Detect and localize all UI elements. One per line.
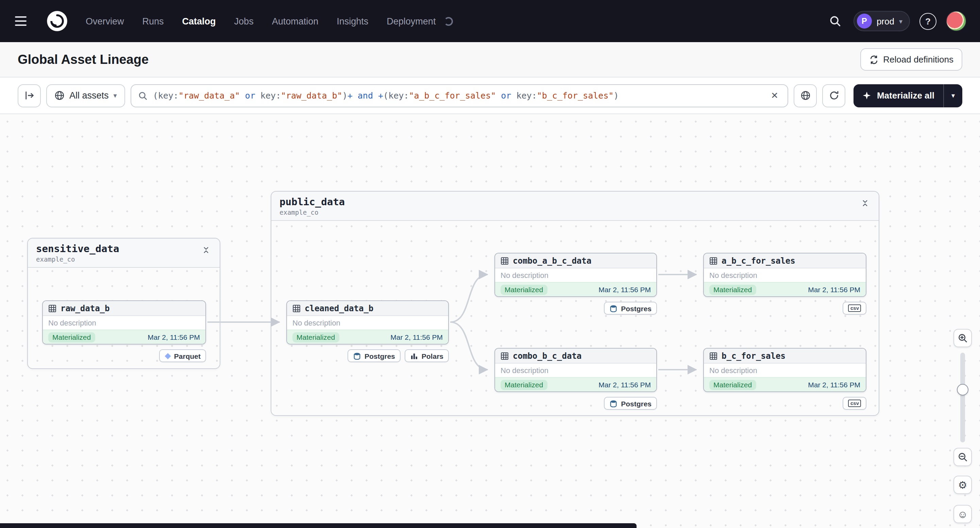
asset-node-combo_b_c_data[interactable]: combo_b_c_dataNo descriptionMaterialized… [495, 348, 657, 392]
search-icon [829, 15, 841, 27]
graph-query-settings-button[interactable] [794, 84, 817, 107]
group-header[interactable]: sensitive_dataexample_co [28, 238, 220, 267]
asset-timestamp[interactable]: Mar 2, 11:56 PM [808, 285, 860, 293]
query-token: "b_c_for_sales" [537, 90, 614, 101]
collapse-group-button[interactable] [860, 198, 870, 211]
asset-tags: Postgres [495, 302, 657, 315]
zoom-in-button[interactable] [953, 329, 972, 347]
feedback-button[interactable]: ☺ [953, 505, 972, 523]
nav-item-deployment[interactable]: Deployment [387, 16, 436, 26]
asset-timestamp[interactable]: Mar 2, 11:56 PM [390, 333, 443, 341]
asset-description: No description [495, 268, 656, 282]
query-token: ) [614, 90, 619, 101]
globe-icon [54, 90, 65, 101]
asset-raw_data_b: raw_data_bNo descriptionMaterializedMar … [42, 300, 206, 362]
chevron-down-icon: ▾ [899, 17, 902, 25]
nav-item-catalog[interactable]: Catalog [182, 16, 216, 26]
globe-icon [800, 90, 811, 101]
asset-name: cleaned_data_b [305, 303, 373, 313]
asset-node-b_c_for_sales[interactable]: b_c_for_salesNo descriptionMaterializedM… [703, 348, 866, 392]
zoom-slider-track [960, 353, 965, 442]
query-token [353, 90, 358, 101]
csv-icon: csv [848, 304, 861, 312]
help-button[interactable]: ? [920, 13, 937, 30]
asset-node-raw_data_b[interactable]: raw_data_bNo descriptionMaterializedMar … [42, 300, 206, 344]
materialize-options-button[interactable]: ▾ [943, 84, 963, 107]
dagster-logo-icon[interactable] [45, 9, 69, 33]
query-token: + [347, 90, 353, 101]
asset-timestamp[interactable]: Mar 2, 11:56 PM [148, 333, 200, 341]
nav-item-automation[interactable]: Automation [272, 16, 319, 26]
asset-node-combo_a_b_c_data[interactable]: combo_a_b_c_dataNo descriptionMaterializ… [495, 253, 657, 297]
asset-name: a_b_c_for_sales [722, 256, 795, 265]
gear-icon: ⚙ [958, 479, 967, 491]
query-token: "raw_data_a" [178, 90, 240, 101]
table-grid-icon [293, 304, 301, 312]
tag-polars[interactable]: Polars [405, 349, 449, 362]
polars-icon [410, 352, 418, 360]
tag-postgres[interactable]: Postgres [604, 302, 657, 315]
asset-cleaned_data_b: cleaned_data_bNo descriptionMaterialized… [286, 300, 449, 362]
asset-status-badge[interactable]: Materialized [501, 284, 547, 295]
reload-definitions-button[interactable]: Reload definitions [860, 48, 963, 71]
lineage-canvas[interactable]: ⚙ ☺ sensitive_dataexample_copublic_datae… [0, 114, 980, 528]
zoom-slider[interactable] [953, 353, 972, 442]
asset-scope-dropdown[interactable]: All assets ▾ [46, 84, 125, 107]
query-token: or [501, 90, 511, 101]
asset-timestamp[interactable]: Mar 2, 11:56 PM [598, 285, 651, 293]
zoom-slider-knob[interactable] [957, 384, 969, 395]
graph-display-settings-button[interactable]: ⚙ [953, 476, 972, 494]
tag-label: Postgres [621, 399, 652, 407]
asset-node-cleaned_data_b[interactable]: cleaned_data_bNo descriptionMaterialized… [286, 300, 449, 344]
csv-icon: csv [848, 400, 861, 407]
asset-timestamp[interactable]: Mar 2, 11:56 PM [598, 381, 651, 389]
refresh-button[interactable] [822, 84, 846, 107]
nav-item-runs[interactable]: Runs [143, 16, 164, 26]
toggle-sidebar-button[interactable] [18, 84, 41, 107]
circular-arrow-icon [829, 90, 839, 101]
asset-description: No description [495, 363, 656, 377]
asset-status-badge[interactable]: Materialized [710, 284, 756, 295]
materialize-all-button[interactable]: Materialize all [854, 84, 943, 107]
deployment-name: prod [877, 16, 894, 26]
asset-status-badge[interactable]: Materialized [48, 332, 95, 342]
group-header[interactable]: public_dataexample_co [271, 192, 879, 220]
magnifier-minus-icon [958, 452, 968, 462]
tag-postgres[interactable]: Postgres [347, 349, 401, 362]
asset-name: combo_b_c_data [513, 351, 581, 360]
chevron-down-icon: ▾ [114, 92, 117, 99]
asset-tags: PostgresPolars [286, 349, 449, 362]
asset-description: No description [704, 268, 866, 282]
query-token: (key: [153, 90, 178, 101]
user-avatar[interactable] [946, 11, 966, 31]
tag-postgres[interactable]: Postgres [604, 397, 657, 410]
tag-csv[interactable]: csv [843, 397, 866, 410]
postgres-icon [353, 352, 361, 360]
tag-label: Postgres [621, 304, 652, 312]
menu-button[interactable] [15, 14, 33, 29]
asset-tags: Postgres [495, 397, 657, 410]
deployment-switcher[interactable]: P prod ▾ [853, 11, 910, 31]
nav-item-insights[interactable]: Insights [337, 16, 368, 26]
zoom-out-button[interactable] [953, 448, 972, 466]
asset-status-badge[interactable]: Materialized [710, 379, 756, 390]
asset-status-badge[interactable]: Materialized [293, 332, 339, 342]
group-title: public_data [280, 197, 345, 208]
search-button[interactable] [826, 12, 844, 30]
top-nav: OverviewRunsCatalogJobsAutomationInsight… [0, 0, 980, 42]
asset-tags: csv [703, 302, 866, 315]
search-query: (key:"raw_data_a" or key:"raw_data_b")+ … [153, 90, 763, 101]
asset-timestamp[interactable]: Mar 2, 11:56 PM [808, 381, 860, 389]
asset-node-a_b_c_for_sales[interactable]: a_b_c_for_salesNo descriptionMaterialize… [703, 253, 866, 297]
materialize-split-button: Materialize all ▾ [854, 84, 963, 107]
nav-item-overview[interactable]: Overview [86, 16, 124, 26]
tag-parquet[interactable]: ◆Parquet [159, 349, 206, 362]
tag-csv[interactable]: csv [843, 302, 866, 315]
asset-search-input[interactable]: (key:"raw_data_a" or key:"raw_data_b")+ … [130, 84, 789, 107]
collapse-group-button[interactable] [200, 245, 212, 258]
asset-status-badge[interactable]: Materialized [501, 379, 547, 390]
query-token: key: [511, 90, 536, 101]
clear-search-button[interactable]: ✕ [768, 89, 781, 102]
nav-item-jobs[interactable]: Jobs [234, 16, 254, 26]
query-token: ) [342, 90, 347, 101]
